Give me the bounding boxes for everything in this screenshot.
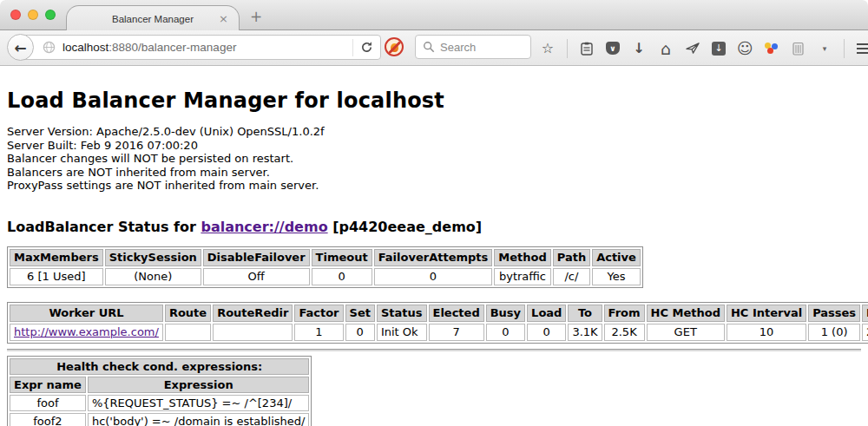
col-route: Route	[165, 305, 211, 322]
tab-title: Balancer Manager	[112, 14, 194, 24]
smiley-icon[interactable]: ☺	[737, 41, 753, 56]
url-path: :8880/balancer-manager	[108, 41, 236, 54]
page-content: Load Balancer Manager for localhost Serv…	[0, 66, 868, 426]
window-controls	[10, 10, 56, 20]
back-arrow-icon: ←	[14, 39, 26, 56]
table-row: foof %{REQUEST_STATUS} =~ /^[234]/	[10, 395, 309, 411]
url-text[interactable]: localhost:8880/balancer-manager	[62, 41, 236, 54]
status-heading-prefix: LoadBalancer Status for	[7, 219, 201, 235]
clipboard-manager-glyph	[792, 42, 804, 56]
proxypass-note-line: ProxyPass settings are NOT inherited fro…	[7, 179, 861, 193]
to-value: 3.1K	[568, 324, 602, 341]
clipboard-icon[interactable]	[579, 41, 595, 56]
divider	[7, 349, 861, 351]
table-header-row: Worker URL Route RouteRedir Factor Set S…	[10, 305, 868, 322]
table-row: 6 [1 Used] (None) Off 0 0 bytraffic /c/ …	[10, 268, 641, 285]
search-icon	[423, 41, 435, 53]
send-tab-icon[interactable]	[685, 41, 700, 56]
url-host: localhost	[62, 41, 108, 54]
health-check-title: Health check cond. expressions:	[10, 358, 309, 375]
stickysession-value: (None)	[105, 268, 201, 285]
download-extension-arrow: ↓	[714, 43, 722, 54]
col-busy: Busy	[486, 305, 525, 322]
overflow-caret-icon[interactable]: ▾	[817, 41, 832, 56]
timeout-value: 0	[312, 268, 372, 285]
col-fails: Fails	[862, 305, 868, 322]
col-failoverattempts: FailoverAttempts	[374, 249, 493, 266]
download-extension-icon[interactable]: ↓	[712, 42, 726, 56]
col-stickysession: StickySession	[105, 249, 201, 266]
close-window-button[interactable]	[10, 10, 21, 20]
col-path: Path	[553, 249, 590, 266]
menu-button[interactable]	[856, 41, 868, 56]
hamburger-icon	[857, 43, 868, 45]
downloads-icon[interactable]: ↓	[631, 41, 647, 56]
pocket-chevron: ∨	[609, 44, 615, 53]
tab-close-icon[interactable]: ×	[219, 12, 228, 25]
pocket-icon[interactable]: ∨	[606, 42, 620, 55]
col-to: To	[568, 305, 602, 322]
method-value: bytraffic	[494, 268, 550, 285]
balancers-note-line: Balancers are NOT inherited from main se…	[7, 166, 861, 180]
video-downloadhelper-icon[interactable]	[764, 43, 779, 55]
server-built-line: Server Built: Feb 9 2016 07:00:20	[7, 139, 861, 153]
reload-icon	[360, 41, 373, 54]
url-bar[interactable]: localhost:8880/balancer-manager	[21, 35, 381, 60]
zoom-window-button[interactable]	[45, 10, 56, 20]
col-elected: Elected	[429, 305, 484, 322]
col-set: Set	[345, 305, 375, 322]
table-title-row: Health check cond. expressions:	[10, 358, 309, 375]
home-icon[interactable]: ⌂	[658, 41, 674, 56]
tab-balancer-manager[interactable]: Balancer Manager ×	[66, 5, 240, 31]
route-value	[165, 324, 211, 341]
back-button[interactable]: ←	[7, 34, 34, 61]
expression-value: %{REQUEST_STATUS} =~ /^[234]/	[88, 395, 310, 411]
server-info: Server Version: Apache/2.5.0-dev (Unix) …	[7, 125, 861, 193]
balancer-demo-link[interactable]: balancer://demo	[201, 219, 327, 235]
paper-plane-glyph	[686, 42, 700, 55]
search-input[interactable]	[440, 41, 518, 54]
hc-method-value: GET	[647, 324, 725, 341]
col-timeout: Timeout	[312, 249, 372, 266]
bookmark-star-icon[interactable]: ☆	[540, 41, 556, 56]
col-expression: Expression	[88, 377, 310, 393]
status-value: Init Ok	[377, 324, 427, 341]
fails-value: 2 (0)	[862, 324, 868, 341]
minimize-window-button[interactable]	[28, 10, 38, 20]
health-check-table: Health check cond. expressions: Expr nam…	[7, 356, 312, 426]
routeredir-value	[213, 324, 293, 341]
server-version-line: Server Version: Apache/2.5.0-dev (Unix) …	[7, 125, 861, 139]
col-routeredir: RouteRedir	[213, 305, 293, 322]
load-value: 0	[527, 324, 566, 341]
path-value: /c/	[553, 268, 590, 285]
col-hc-method: HC Method	[647, 305, 725, 322]
failoverattempts-value: 0	[374, 268, 493, 285]
col-active: Active	[592, 249, 641, 266]
from-value: 2.5K	[604, 324, 645, 341]
toolbar-separator	[844, 39, 845, 58]
clipboard-manager-icon[interactable]	[790, 41, 806, 56]
worker-url-link[interactable]: http://www.example.com/	[14, 325, 159, 338]
worker-table: Worker URL Route RouteRedir Factor Set S…	[7, 302, 868, 344]
loadbalancer-status-heading: LoadBalancer Status for balancer://demo …	[7, 219, 861, 235]
status-heading-suffix: [p4420eeae_demo]	[328, 219, 483, 235]
passes-value: 1 (0)	[808, 324, 860, 341]
col-status: Status	[377, 305, 427, 322]
navigation-toolbar: ← localhost:8880/balancer-manager	[0, 30, 868, 66]
search-bar[interactable]	[415, 35, 531, 59]
page-title: Load Balancer Manager for localhost	[7, 66, 861, 113]
prohibition-slash-icon	[386, 39, 403, 56]
col-method: Method	[494, 249, 550, 266]
disablefailover-value: Off	[203, 268, 310, 285]
toolbar-icons: ☆ ∨ ↓ ⌂ ↓ ☺	[540, 30, 868, 66]
toolbar-separator	[567, 39, 568, 58]
flashblock-icon[interactable]	[385, 37, 404, 56]
reload-button[interactable]	[352, 39, 373, 56]
red-dot	[767, 48, 773, 54]
col-hc-interval: HC Interval	[727, 305, 806, 322]
new-tab-button[interactable]: +	[250, 8, 262, 25]
table-header-row: Expr name Expression	[10, 377, 309, 393]
globe-icon	[43, 41, 56, 54]
worker-url-cell: http://www.example.com/	[10, 324, 163, 341]
expr-name-value: foof2	[10, 413, 86, 426]
